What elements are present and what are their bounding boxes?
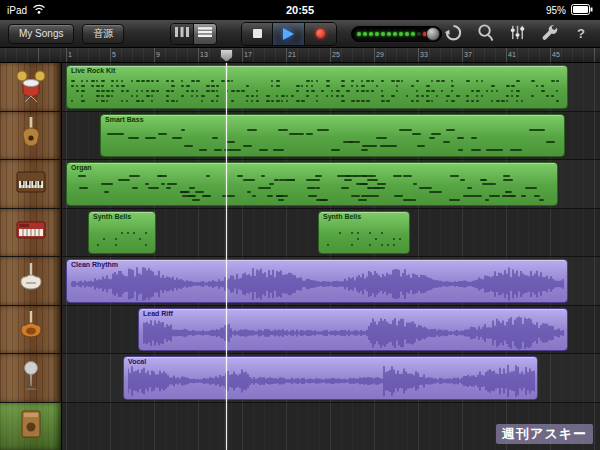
track-header-lead-riff[interactable]: [0, 306, 62, 354]
ruler-label: 1: [68, 51, 72, 58]
region-label: Vocal: [128, 358, 146, 365]
midi-notes: [101, 115, 564, 157]
ruler-label: 5: [112, 51, 116, 58]
track-row-synth-bells: Synth BellsSynth Bells: [0, 209, 600, 258]
help-button[interactable]: ?: [570, 23, 592, 45]
play-button[interactable]: [273, 23, 304, 45]
electric-guitar-icon: [15, 262, 47, 300]
ruler-label: 21: [288, 51, 296, 58]
region-label: Live Rock Kit: [71, 67, 115, 74]
track-header-clean-rhythm[interactable]: [0, 257, 62, 305]
midi-notes: [67, 163, 557, 205]
track-header-percussion[interactable]: [0, 403, 62, 450]
track-header-vocal[interactable]: [0, 354, 62, 402]
track-lane-vocal[interactable]: Vocal: [62, 354, 600, 402]
jam-session-button[interactable]: [474, 23, 496, 45]
track-row-organ: Organ: [0, 160, 600, 209]
mixer-button[interactable]: [506, 23, 528, 45]
meter-led-green: [393, 32, 397, 36]
track-header-bass[interactable]: [0, 112, 62, 160]
master-volume-knob[interactable]: [426, 27, 440, 41]
track-lane-bass[interactable]: Smart Bass: [62, 112, 600, 160]
mixer-sliders-icon: [508, 23, 527, 45]
meter-led-green: [417, 32, 421, 36]
region-synth-bells[interactable]: Synth Bells: [318, 211, 410, 255]
list-icon: [197, 26, 213, 41]
track-lane-synth-bells[interactable]: Synth BellsSynth Bells: [62, 209, 600, 257]
track-row-drums: Live Rock Kit: [0, 63, 600, 112]
record-button[interactable]: [305, 23, 336, 45]
region-label: Lead Riff: [143, 310, 173, 317]
region-label: Smart Bass: [105, 116, 144, 123]
tracks: Live Rock KitSmart BassOrganSynth BellsS…: [0, 63, 600, 450]
audio-waveform: [143, 311, 565, 351]
track-row-vocal: Vocal: [0, 354, 600, 403]
meter-led-green: [363, 32, 367, 36]
stop-button[interactable]: [242, 23, 273, 45]
region-label: Organ: [71, 164, 92, 171]
my-songs-button[interactable]: My Songs: [8, 24, 74, 44]
ruler-label: 41: [508, 51, 516, 58]
meter-led-green: [375, 32, 379, 36]
region-synth-bells[interactable]: Synth Bells: [88, 211, 156, 255]
meter-led-green: [381, 32, 385, 36]
ruler-label: 37: [464, 51, 472, 58]
region-smart-bass[interactable]: Smart Bass: [100, 114, 565, 158]
audio-waveform: [71, 262, 565, 302]
track-row-clean-rhythm: Clean Rhythm: [0, 257, 600, 306]
track-lane-drums[interactable]: Live Rock Kit: [62, 63, 600, 111]
ruler-label: 33: [420, 51, 428, 58]
toolbar-right-icons: ?: [442, 23, 592, 45]
track-header-drums[interactable]: [0, 63, 62, 111]
ruler-label: 17: [244, 51, 252, 58]
region-label: Synth Bells: [93, 213, 131, 220]
view-toggle: [170, 23, 217, 45]
stop-icon: [253, 29, 262, 38]
region-label: Synth Bells: [323, 213, 361, 220]
track-header-organ[interactable]: [0, 160, 62, 208]
status-bar: iPad 20:55 95%: [0, 0, 600, 20]
toolbar: My Songs 音源: [0, 20, 600, 48]
region-live-rock-kit[interactable]: Live Rock Kit: [66, 65, 568, 109]
meter-led-green: [357, 32, 361, 36]
track-lane-clean-rhythm[interactable]: Clean Rhythm: [62, 257, 600, 305]
settings-button[interactable]: [538, 23, 560, 45]
meter-led-green: [405, 32, 409, 36]
loop-browser-button[interactable]: [442, 23, 464, 45]
region-lead-riff[interactable]: Lead Riff: [138, 308, 568, 352]
ruler-label: 9: [156, 51, 160, 58]
garageband-screen: iPad 20:55 95% My Songs 音源: [0, 0, 600, 450]
percussion-box-icon: [15, 407, 47, 445]
microphone-icon: [15, 359, 47, 397]
region-vocal[interactable]: Vocal: [123, 356, 538, 400]
region-clean-rhythm[interactable]: Clean Rhythm: [66, 259, 568, 303]
meter-led-green: [399, 32, 403, 36]
track-lane-organ[interactable]: Organ: [62, 160, 600, 208]
tracks-view-button[interactable]: [194, 24, 216, 44]
track-row-bass: Smart Bass: [0, 112, 600, 161]
loop-icon: [444, 23, 463, 45]
ruler-label: 13: [200, 51, 208, 58]
track-lane-lead-riff[interactable]: Lead Riff: [62, 306, 600, 354]
ruler-label: 25: [332, 51, 340, 58]
playhead[interactable]: [226, 63, 227, 450]
synth-keyboard-icon: [15, 213, 47, 251]
drum-kit-icon: [15, 68, 47, 106]
instrument-view-button[interactable]: [171, 24, 193, 44]
meter-led-green: [387, 32, 391, 36]
midi-notes: [67, 66, 567, 108]
electric-guitar-sunburst-icon: [15, 310, 47, 348]
ruler-label: 29: [376, 51, 384, 58]
audio-waveform: [128, 359, 535, 399]
meter-led-green: [369, 32, 373, 36]
track-header-synth-bells[interactable]: [0, 209, 62, 257]
bar-ruler[interactable]: 159131721252933374145: [0, 48, 600, 63]
record-icon: [316, 29, 325, 38]
columns-icon: [174, 26, 190, 41]
region-organ[interactable]: Organ: [66, 162, 558, 206]
ruler-label: 45: [552, 51, 560, 58]
bass-icon: [15, 116, 47, 154]
instruments-button[interactable]: 音源: [82, 24, 124, 44]
transport-controls: [241, 22, 337, 46]
watermark: 週刊アスキー: [496, 424, 593, 444]
